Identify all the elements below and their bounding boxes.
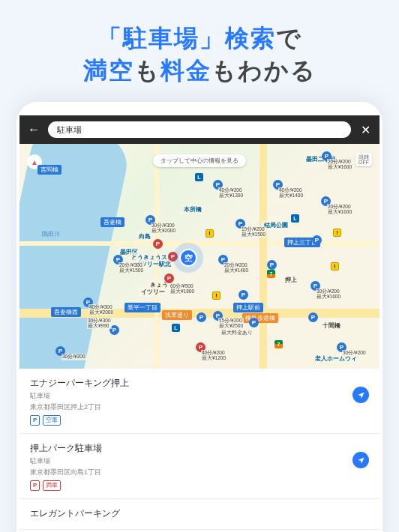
- price-label: 20分/¥300最大¥1500: [118, 262, 144, 273]
- place-azuma1: 業平一丁目: [124, 303, 160, 312]
- lawson-icon: L: [291, 214, 299, 223]
- place-yanagishima: 柳島歩道橋: [242, 313, 278, 323]
- result-card[interactable]: 押上パーク駐車場駐車場東京都墨田区向島1丁目P満車: [20, 434, 380, 499]
- vacancy-badge: 満車: [43, 480, 61, 491]
- result-card[interactable]: エレガントパーキング: [20, 499, 380, 530]
- price-label: 40分/¥300最大¥2000: [88, 304, 114, 315]
- result-title: 押上パーク駐車場: [30, 442, 369, 455]
- price-label: 60分/¥500最大¥1800: [170, 283, 195, 294]
- warning-icon: !: [333, 229, 341, 237]
- place-kototoibashi: 言問橋: [38, 165, 62, 175]
- tag-row: P満車: [30, 480, 369, 491]
- headline-price: 料金: [160, 57, 212, 84]
- headline: 「駐車場」検索で 満空も料金もわかる: [0, 0, 399, 102]
- parking-icon[interactable]: P: [308, 312, 318, 322]
- road: [260, 144, 267, 369]
- price-label: 15分/¥200最大¥2500: [218, 318, 244, 329]
- seveneleven-icon: 7: [274, 340, 283, 348]
- result-title: エレガントパーキング: [30, 507, 369, 520]
- map-tooltip[interactable]: タップして中心の情報を見る: [153, 154, 246, 167]
- price-label: 20分/¥200最大¥1600: [327, 204, 352, 215]
- place-asakusa-st: 浅草通り: [162, 310, 192, 320]
- phone-frame: ← ✕ 隅田川 ▲ 混雑OFF タップして中心の情報を見る 言問橋 吾妻橋 吾妻…: [16, 102, 382, 532]
- price-label: 30分/¥200最大¥1600: [316, 288, 341, 300]
- result-category: 駐車場: [30, 391, 369, 401]
- price-label: 30分/¥200: [342, 350, 367, 357]
- result-card[interactable]: エナジーパーキング押上駐車場東京都墨田区押上2丁目P空車: [20, 369, 380, 434]
- parking-icon[interactable]: P: [267, 260, 277, 270]
- price-label: 30分/¥300最大¥990: [87, 318, 112, 329]
- place-oshiage: 押上: [282, 275, 300, 285]
- price-label: 15分/¥200最大¥1500: [241, 226, 266, 238]
- price-label: 20分/¥200最大¥1400: [224, 262, 249, 273]
- result-address: 東京都墨田区向島1丁目: [30, 468, 369, 477]
- vacancy-badge: 空車: [43, 415, 61, 426]
- road: [20, 241, 380, 246]
- price-label: 40分/¥200最大¥1400: [278, 187, 304, 199]
- map-view[interactable]: 隅田川 ▲ 混雑OFF タップして中心の情報を見る 言問橋 吾妻橋 吾妻橋西 向…: [20, 144, 380, 369]
- parking-icon[interactable]: P: [249, 318, 259, 327]
- place-tokanbashi: 十間橋: [320, 321, 344, 330]
- close-icon[interactable]: ✕: [358, 123, 372, 137]
- price-label: 20分/¥200最大¥1600: [327, 159, 352, 170]
- results-list: エナジーパーキング押上駐車場東京都墨田区押上2丁目P空車押上パーク駐車場駐車場東…: [20, 369, 380, 530]
- headline-keyword: 「駐車場」検索: [98, 25, 276, 52]
- headline-vacancy: 満空: [83, 57, 134, 84]
- parking-badge: P: [30, 415, 40, 426]
- warning-icon: !: [331, 262, 339, 270]
- place-azumabashi: 吾妻橋: [100, 217, 124, 227]
- result-address: 東京都墨田区押上2丁目: [30, 402, 369, 412]
- warning-icon: !: [206, 229, 214, 238]
- seveneleven-icon: 7: [267, 270, 275, 278]
- parking-icon-full[interactable]: P: [168, 252, 178, 262]
- place-honjo: 本所橋: [181, 205, 205, 214]
- parking-icon-full[interactable]: P: [153, 239, 163, 249]
- place-oshiage-sta: 押上駅前: [233, 303, 263, 312]
- back-icon[interactable]: ←: [27, 123, 40, 136]
- lawson-icon: L: [195, 173, 203, 181]
- parking-icon-full[interactable]: P: [164, 273, 174, 283]
- parking-icon[interactable]: P: [196, 312, 206, 322]
- parking-badge: P: [30, 480, 40, 491]
- place-azumabashi-nishi: 吾妻橋西: [51, 307, 81, 317]
- result-title: エナジーパーキング押上: [30, 377, 369, 390]
- price-label: 最大料金あり: [220, 330, 254, 336]
- center-vacancy-badge[interactable]: 空: [179, 249, 197, 267]
- result-category: 駐車場: [30, 456, 369, 466]
- river-label: 隅田川: [42, 230, 60, 238]
- place-tokyosky2: イツリー: [138, 287, 168, 297]
- price-label: 40分/¥200最大¥1300: [218, 187, 244, 199]
- search-bar: ← ✕: [20, 115, 380, 144]
- tag-row: P空車: [30, 415, 369, 426]
- layer-off-toggle[interactable]: 混雑OFF: [356, 153, 372, 166]
- search-input[interactable]: [48, 121, 351, 138]
- warning-icon: !: [212, 291, 220, 300]
- price-label: 30分/¥200: [62, 354, 86, 360]
- price-label: 30分/¥300最大¥2000: [151, 223, 176, 234]
- price-label: 40分/¥200最大¥1200: [201, 350, 226, 361]
- parking-icon[interactable]: P: [238, 290, 248, 300]
- lawson-icon: L: [172, 324, 180, 332]
